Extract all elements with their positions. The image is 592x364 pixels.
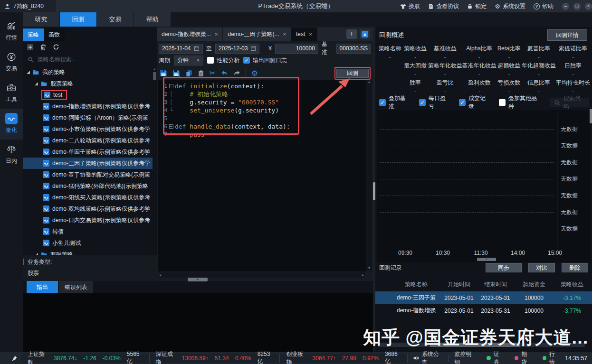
redo-icon[interactable] <box>233 70 240 77</box>
start-date-input[interactable]: 2025-11-04 <box>159 44 203 54</box>
monitor-detail-link[interactable]: 监控明细 <box>449 350 481 364</box>
nav-tab-交易[interactable]: 交易 <box>97 12 134 27</box>
editor-horizontal-scrollbar[interactable]: ◂▸ <box>158 272 365 278</box>
benchmark-input[interactable]: 000300.SS <box>336 44 371 54</box>
paste-icon[interactable] <box>198 70 204 77</box>
menu-item-锁定[interactable]: 锁定 <box>467 2 487 10</box>
chart-option-叠加基准[interactable]: ✓叠加基准 <box>379 94 410 111</box>
nav-tab-研究[interactable]: 研究 <box>23 12 60 27</box>
period-select[interactable]: 分钟 ▼ <box>174 56 203 65</box>
records-button-删除[interactable]: 删除 <box>562 263 588 272</box>
sidebar-item-量化[interactable]: 量化 <box>0 109 23 140</box>
record-row[interactable]: demo-指数增强2023-05-012023-05-31100000-3.77… <box>375 304 592 317</box>
tree-folder[interactable]: 我的策略 <box>23 66 153 78</box>
sidebar-item-行情[interactable]: 行情 <box>0 16 23 47</box>
undo-icon[interactable] <box>221 70 228 77</box>
record-row[interactable]: demo-三因子策2023-05-012023-05-31100000-3.17… <box>375 291 592 304</box>
output-log-checkbox[interactable]: ✓ 输出回测日志 <box>243 56 287 65</box>
code-line: 7└ pass <box>158 131 366 139</box>
editor-vertical-scrollbar[interactable]: ▲▼ <box>366 80 372 271</box>
sidebar-item-交易[interactable]: 交易 <box>0 47 23 78</box>
maximize-button[interactable]: □ <box>573 3 581 10</box>
copy-icon[interactable] <box>185 70 192 77</box>
code-area[interactable]: 1def initialize(context):2│ # 初始化策略3│ g.… <box>158 80 366 271</box>
tree-item[interactable]: demo-小市值策略(示例策略仅供参考学 <box>23 123 153 135</box>
index-深证成指[interactable]: 深证成指13006.59↑51.340.40%8253亿 <box>150 354 280 363</box>
metric-value: - <box>444 71 446 77</box>
tree-item[interactable]: demo-指数增强策略(示例策略仅供参考 <box>23 101 153 112</box>
close-button[interactable]: × <box>585 3 592 10</box>
record-cell-return: -3.77% <box>554 308 590 314</box>
system-announcement[interactable]: 系统公告 <box>408 350 449 364</box>
editor-tab[interactable]: test× <box>291 28 317 41</box>
sidebar-item-日内[interactable]: 日内 <box>0 140 23 170</box>
menu-item-换肤[interactable]: 换肤 <box>400 2 420 10</box>
save-as-icon[interactable] <box>172 69 180 77</box>
tree-item[interactable]: demo-二八轮动策略(示例策略仅供参考 <box>23 135 153 146</box>
chart-option-叠加其他品种[interactable]: 叠加其他品种 <box>499 94 541 111</box>
tree-item[interactable]: demo-阳线买入策略(示例策略仅供参考 <box>23 192 153 203</box>
backtest-detail-button[interactable]: 回测详情 <box>547 29 587 41</box>
perf-analysis-checkbox[interactable]: 性能分析 <box>207 56 239 65</box>
strategy-tab-策略[interactable]: 策略 <box>23 28 44 41</box>
run-backtest-button[interactable]: 回测 <box>336 69 369 78</box>
tree-item[interactable]: 转债 <box>23 226 153 237</box>
panel-scrollbar-thumb[interactable] <box>590 109 592 123</box>
output-tab-输出[interactable]: 输出 <box>27 281 58 293</box>
chart-scrollbar-thumb[interactable]: ▼ <box>477 258 496 261</box>
tree-item[interactable]: test <box>23 89 153 101</box>
index-创业板指[interactable]: 创业板指3064.77↑27.980.92%3686亿 <box>280 354 407 363</box>
tree-item[interactable]: demo-三因子策略(示例策略仅供参考学 <box>23 158 153 169</box>
strategy-tab-函数[interactable]: 函数 <box>44 28 65 41</box>
tree-item[interactable]: demo-阿隆指标（Aroon）策略(示例策 <box>23 112 153 123</box>
tree-scrollbar[interactable]: ▲▼ <box>153 67 157 279</box>
end-date-input[interactable]: 2025-12-03 <box>215 44 259 54</box>
tree-item[interactable]: demo-单因子策略(示例策略仅供参考学 <box>23 146 153 158</box>
menu-item-查看协议[interactable]: 查看协议 <box>428 2 459 10</box>
refresh-strategies-button[interactable] <box>53 44 59 50</box>
tree-item[interactable]: demo-日内交易策略(示例策略仅供参考 <box>23 215 153 226</box>
expand-editor-button[interactable]: ▲ <box>360 29 370 39</box>
menu-item-系统设置[interactable]: ⚙系统设置 <box>495 2 525 10</box>
editor-splitter-grip[interactable]: ▼ <box>188 278 208 281</box>
calendar-icon <box>194 46 200 51</box>
minimize-button[interactable]: – <box>562 3 569 10</box>
close-tab-icon[interactable]: × <box>283 31 286 37</box>
capital-input[interactable]: 100000 <box>275 44 318 54</box>
new-tab-button[interactable]: + <box>346 29 357 39</box>
tree-item[interactable]: 小鱼儿测试 <box>23 237 153 249</box>
nav-tab-回测[interactable]: 回测 <box>60 12 97 27</box>
delete-strategy-button[interactable] <box>40 44 47 51</box>
records-button-对比[interactable]: 对比 <box>528 263 555 272</box>
menu-item-帮助[interactable]: ?帮助 <box>534 2 554 10</box>
records-button-同步[interactable]: 同步 <box>486 263 522 272</box>
tree-folder[interactable]: 两融策略 <box>23 249 153 255</box>
strategy-search-input[interactable]: 策略名称搜索.. <box>23 53 157 65</box>
tree-item[interactable]: demo-双均线策略(示例策略仅供参考学 <box>23 203 153 215</box>
sidebar-item-工具[interactable]: 工具 <box>0 78 23 109</box>
user-account[interactable]: 7简称_8240 <box>0 0 56 12</box>
tree-folder[interactable]: 股票策略 <box>23 78 153 89</box>
editor-tab[interactable]: demo-指数增强策...× <box>157 28 223 41</box>
add-strategy-button[interactable] <box>27 44 34 51</box>
chart-option-每日盈亏[interactable]: ✓每日盈亏 <box>419 94 450 111</box>
close-tab-icon[interactable]: × <box>309 31 312 37</box>
editor-settings-gear-icon[interactable]: ⚙ <box>251 69 258 78</box>
chart-option-成交记录[interactable]: ✓成交记录 <box>459 94 490 111</box>
pin-icon[interactable] <box>11 355 18 361</box>
metric-label: 亏损次数 <box>497 79 520 87</box>
output-tab-错误列表[interactable]: 错误列表 <box>59 281 93 293</box>
close-tab-icon[interactable]: × <box>215 31 218 37</box>
code-line: 5 <box>158 114 366 122</box>
code-search-input[interactable]: 搜索代码 <box>550 98 589 107</box>
metric-value: - <box>508 88 510 94</box>
tree-item[interactable]: demo-猛犸策略(外部代码池)(示例策略 <box>23 180 153 192</box>
index-上证指数[interactable]: 上证指数3876.74↓-1.26-0.03%5565亿 <box>21 354 150 363</box>
editor-tabbar: demo-指数增强策...×demo-三因子策略(...×test×+▲ <box>157 28 373 41</box>
nav-tab-帮助[interactable]: 帮助 <box>134 12 171 27</box>
save-icon[interactable] <box>160 69 167 77</box>
tree-item[interactable]: demo-基于协整的配对交易策略(示例策 <box>23 169 153 180</box>
editor-tab[interactable]: demo-三因子策略(...× <box>223 28 291 41</box>
backtest-chart: 无数据无数据无数据无数据无数据无数据无数据09:3010:3011:3014:0… <box>377 110 590 262</box>
cut-icon[interactable]: ✂ <box>210 69 216 77</box>
